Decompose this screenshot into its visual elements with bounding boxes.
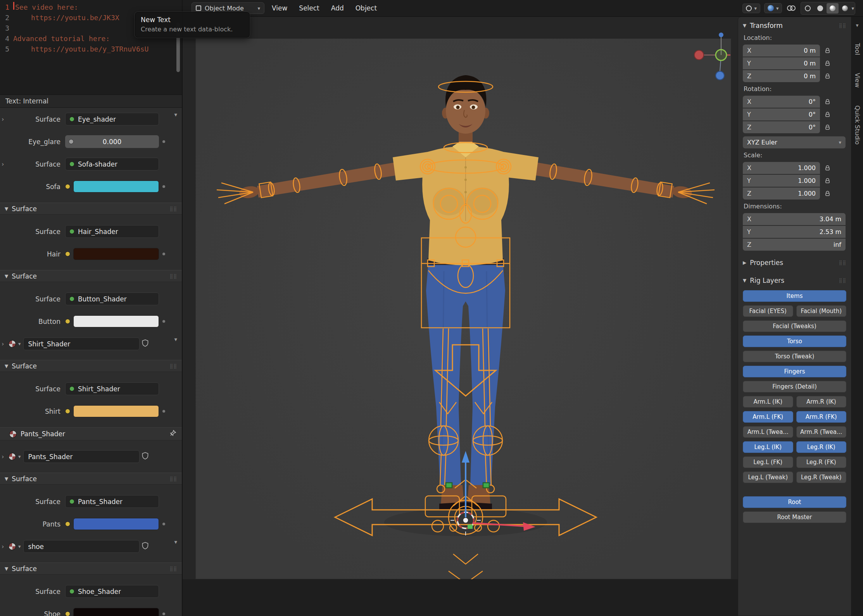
lock-icon[interactable] [825,48,830,53]
rotation-z-field[interactable]: Z 0° [743,121,820,133]
rig-layer-arm-l-fk[interactable]: Arm.L (FK) [743,411,793,423]
properties-panel-header[interactable]: ▶ Properties ⣿⣿ [743,257,846,268]
surface-section-header[interactable]: ▼ Surface ⣿⣿ [0,270,182,282]
grip-handle-icon[interactable]: ⣿⣿ [169,274,177,279]
rotation-mode-dropdown[interactable]: XYZ Euler ▾ [743,136,846,148]
rig-layer-torso[interactable]: Torso [743,336,846,347]
lock-icon[interactable] [825,124,830,130]
lock-icon[interactable] [825,165,830,171]
menu-view[interactable]: View [268,2,292,14]
rig-layer-facial-tweaks[interactable]: Facial (Tweaks) [743,320,846,332]
location-z-field[interactable]: Z 0 m [743,70,820,82]
rig-layer-arm-r-ik[interactable]: Arm.R (IK) [796,396,847,408]
lock-icon[interactable] [825,112,830,117]
shield-icon[interactable] [142,542,148,551]
rig-layer-arm-r-fk[interactable]: Arm.R (FK) [796,411,847,423]
expander-icon[interactable]: › [2,540,6,553]
shield-icon[interactable] [142,339,148,348]
lock-icon[interactable] [825,60,830,66]
grip-handle-icon[interactable]: ⣿⣿ [169,363,177,369]
rotation-x-field[interactable]: X 0° [743,96,820,108]
pin-icon[interactable] [169,430,176,438]
rig-layer-arm-l-tweak[interactable]: Arm.L (Twea... [743,426,793,438]
shading-rendered-button[interactable] [839,3,851,14]
rig-layer-leg-r-tweak[interactable]: Leg.R (Tweak) [796,471,847,483]
lock-icon[interactable] [825,178,830,184]
rig-layer-facial-mouth[interactable]: Facial (Mouth) [796,305,847,317]
rotation-y-field[interactable]: Y 0° [743,108,820,120]
scale-y-field[interactable]: Y 1.000 [743,175,820,187]
expander-icon[interactable]: › [2,113,6,126]
lock-icon[interactable] [825,191,830,196]
xray-toggle[interactable] [786,3,797,14]
eye-glare-field[interactable]: 0.000 [65,135,159,148]
hair-shader-menu[interactable]: Hair_Shader [65,225,159,238]
shoe-shader-menu[interactable]: Shoe_Shader [65,585,159,598]
shirt-color-swatch[interactable] [73,405,159,417]
lock-icon[interactable] [825,73,830,79]
surface-section-header[interactable]: ▼ Surface ⣿⣿ [0,203,182,215]
shirt-material-name-field[interactable]: Shirt_Shader [23,337,140,350]
sofa-shader-menu[interactable]: Sofa-shader [65,158,159,170]
surface-section-header[interactable]: ▼ Surface ⣿⣿ [0,360,182,372]
hair-color-swatch[interactable] [73,248,159,260]
button-shader-menu[interactable]: Button_Shader [65,293,159,305]
material-icon[interactable] [9,543,16,550]
menu-add[interactable]: Add [327,2,348,14]
chevron-down-icon[interactable]: ▾ [851,5,854,11]
grip-handle-icon[interactable]: ⣿⣿ [169,566,177,571]
rig-layer-leg-l-ik[interactable]: Leg.L (IK) [743,441,793,453]
expander-icon[interactable]: › [2,158,6,170]
rig-layer-leg-l-tweak[interactable]: Leg.L (Tweak) [743,471,793,483]
rig-layer-fingers-detail[interactable]: Fingers (Detail) [743,381,846,392]
grip-handle-icon[interactable]: ⣿⣿ [169,206,177,212]
grip-handle-icon[interactable]: ⣿⣿ [839,278,846,283]
pants-material-name-field[interactable]: Pants_Shader [23,450,140,463]
chevron-down-icon[interactable]: ▾ [174,111,177,118]
rig-layer-leg-r-fk[interactable]: Leg.R (FK) [796,456,847,468]
shading-material-button[interactable] [827,3,839,14]
shading-wireframe-button[interactable] [802,3,814,14]
rig-layer-root-master[interactable]: Root Master [743,511,846,523]
menu-object[interactable]: Object [351,2,381,14]
dimensions-y-field[interactable]: Y 2.53 m [743,226,846,238]
eye-shader-menu[interactable]: Eye_shader [65,113,159,126]
sofa-color-swatch[interactable] [73,181,159,193]
rig-layer-arm-r-tweak[interactable]: Arm.R (Twea... [796,426,847,438]
tab-view[interactable]: View [853,70,862,91]
overlays-dropdown[interactable]: ▾ [764,3,782,13]
expander-icon[interactable]: › [2,450,6,463]
rig-layer-root[interactable]: Root [743,496,846,508]
material-icon[interactable] [9,453,16,460]
shading-solid-button[interactable] [814,3,826,14]
rig-layer-fingers[interactable]: Fingers [743,366,846,377]
dimensions-z-field[interactable]: Z inf [743,239,846,251]
surface-section-header[interactable]: ▼ Surface ⣿⣿ [0,473,182,485]
shoe-color-swatch[interactable] [73,608,159,616]
tab-quick-studio[interactable]: Quick Studio [853,102,862,148]
rig-layer-items[interactable]: Items [743,290,846,302]
transform-panel-header[interactable]: ▼ Transform ⣿⣿ [743,22,846,29]
surface-section-header[interactable]: ▼ Surface ⣿⣿ [0,563,182,575]
dimensions-x-field[interactable]: X 3.04 m [743,213,846,225]
grip-handle-icon[interactable]: ⣿⣿ [839,23,846,28]
button-color-swatch[interactable] [73,315,159,327]
scale-x-field[interactable]: X 1.000 [743,162,820,174]
material-icon[interactable] [9,340,16,348]
pants-shader-menu[interactable]: Pants_Shader [65,495,159,508]
rig-layer-torso-tweak[interactable]: Torso (Tweak) [743,351,846,362]
shield-icon[interactable] [142,452,148,461]
gizmos-dropdown[interactable]: ▾ [742,3,760,13]
grip-handle-icon[interactable]: ⣿⣿ [169,476,177,482]
tab-tool[interactable]: Tool [853,40,862,58]
pants-shader-panel-header[interactable]: Pants_Shader [0,427,182,440]
shirt-shader-menu[interactable]: Shirt_Shader [65,382,159,395]
chevron-down-icon[interactable]: ▾ [174,336,177,343]
rig-layer-arm-l-ik[interactable]: Arm.L (IK) [743,396,793,408]
expander-icon[interactable]: › [2,337,6,350]
grip-handle-icon[interactable]: ⣿⣿ [839,260,846,265]
lock-icon[interactable] [825,99,830,105]
scale-z-field[interactable]: Z 1.000 [743,188,820,200]
rig-layer-leg-l-fk[interactable]: Leg.L (FK) [743,456,793,468]
menu-select[interactable]: Select [295,2,323,14]
